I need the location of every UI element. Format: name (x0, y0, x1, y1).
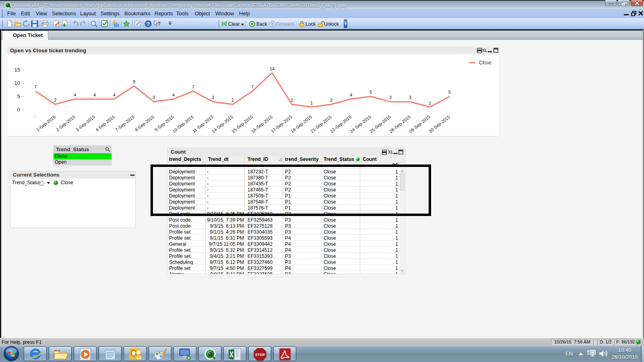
svg-text:1: 1 (310, 101, 313, 105)
svg-text:28-Sep-2015: 28-Sep-2015 (388, 114, 412, 134)
svg-text:4-Sep-2015: 4-Sep-2015 (95, 114, 116, 132)
svg-text:14-Sep-2015: 14-Sep-2015 (211, 114, 234, 134)
svg-text:29-Sep-2015: 29-Sep-2015 (408, 114, 431, 134)
svg-text:3: 3 (409, 95, 411, 100)
svg-text:3: 3 (389, 95, 392, 100)
svg-text:14: 14 (270, 66, 275, 71)
svg-text:2: 2 (330, 98, 332, 103)
svg-text:5: 5 (448, 90, 451, 95)
svg-text:24-Sep-2015: 24-Sep-2015 (349, 114, 372, 134)
svg-text:0: 0 (17, 107, 20, 113)
svg-text:5: 5 (17, 93, 20, 99)
svg-text:9: 9 (133, 79, 135, 84)
svg-text:5: 5 (369, 90, 372, 95)
svg-text:10-Sep-2015: 10-Sep-2015 (171, 114, 195, 134)
svg-text:1-Sep-2015: 1-Sep-2015 (35, 114, 57, 132)
svg-text:25-Sep-2015: 25-Sep-2015 (369, 114, 392, 134)
svg-text:7: 7 (251, 84, 254, 89)
svg-text:17-Sep-2015: 17-Sep-2015 (270, 114, 293, 134)
svg-text:15-Sep-2015: 15-Sep-2015 (231, 114, 254, 134)
svg-text:3: 3 (153, 95, 155, 100)
svg-text:7: 7 (34, 84, 37, 89)
svg-text:7-Sep-2015: 7-Sep-2015 (114, 114, 136, 132)
svg-text:30-Sep-2015: 30-Sep-2015 (428, 114, 451, 134)
svg-text:4: 4 (113, 93, 116, 97)
svg-text:4: 4 (74, 93, 76, 97)
svg-text:?: ? (147, 21, 150, 27)
svg-text:1: 1 (429, 101, 431, 105)
svg-text:-: - (33, 114, 37, 119)
svg-text:7: 7 (192, 84, 194, 89)
svg-text:4: 4 (350, 93, 352, 97)
svg-text:2-Sep-2015: 2-Sep-2015 (55, 114, 76, 132)
svg-text:8-Sep-2015: 8-Sep-2015 (134, 114, 155, 132)
svg-text:3: 3 (212, 95, 214, 100)
svg-text:4: 4 (93, 93, 96, 97)
svg-text:2: 2 (231, 98, 234, 103)
svg-text:21-Sep-2015: 21-Sep-2015 (310, 114, 333, 134)
svg-text:STOP: STOP (255, 353, 265, 357)
svg-text:11-Sep-2015: 11-Sep-2015 (191, 114, 214, 134)
svg-text:3-Sep-2015: 3-Sep-2015 (75, 114, 96, 132)
svg-text:Close: Close (479, 60, 491, 66)
svg-text:22-Sep-2015: 22-Sep-2015 (329, 114, 353, 134)
svg-text:18-Sep-2015: 18-Sep-2015 (290, 114, 313, 134)
svg-text:10: 10 (14, 80, 20, 86)
svg-text:15: 15 (14, 67, 20, 73)
svg-text:2: 2 (54, 98, 56, 103)
svg-text:2: 2 (291, 98, 293, 103)
svg-text:4: 4 (172, 93, 175, 97)
svg-text:?: ? (158, 21, 160, 27)
svg-text:16-Sep-2015: 16-Sep-2015 (250, 114, 274, 134)
